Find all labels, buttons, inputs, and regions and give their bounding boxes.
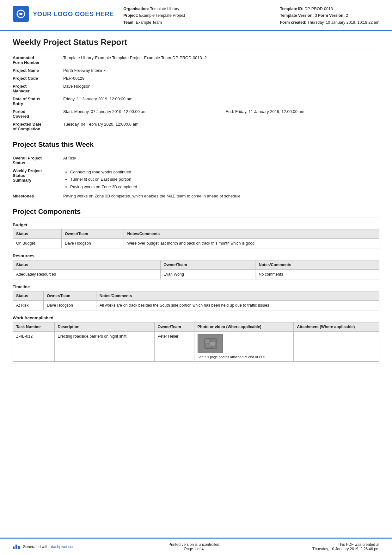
form-created-label: Form created: bbox=[280, 20, 306, 25]
project-value: Example Template Project bbox=[139, 13, 185, 18]
section-title-project-status: Project Status this Week bbox=[13, 140, 379, 150]
field-date-status: Date of StatusEntry Friday, 11 January 2… bbox=[13, 95, 379, 108]
field-label-project-manager: ProjectManager bbox=[13, 82, 63, 95]
template-id-row: Template ID: DP-PROD-0013 bbox=[280, 6, 379, 12]
work-col-task: Task Number bbox=[13, 322, 55, 331]
sub-title-work-accomplished: Work Accomplished bbox=[13, 315, 379, 320]
page-wrapper: YOUR LOGO GOES HERE Organisation: Templa… bbox=[0, 0, 392, 555]
work-row1-photo: See full page photos attached at end of … bbox=[194, 331, 294, 361]
footer-right: This PDF was created at Thursday, 10 Jan… bbox=[312, 542, 379, 551]
table-row: At Risk Dave Hodgson All works are on tr… bbox=[13, 300, 379, 310]
field-project-code: Project Code PER-00129 bbox=[13, 74, 379, 82]
budget-col-owner: Owner/Team bbox=[61, 229, 124, 238]
field-period-covered: PeriodCovered Start: Monday, 07 January … bbox=[13, 108, 379, 120]
field-project-name: Project Name Perth Freeway Interlink bbox=[13, 66, 379, 74]
table-work-header-row: Task Number Description Owner/Team Photo… bbox=[13, 322, 379, 331]
table-resources: Status Owner/Team Notes/Comments Adequat… bbox=[13, 260, 379, 279]
field-label-period-covered: PeriodCovered bbox=[13, 108, 63, 120]
resources-col-notes: Notes/Comments bbox=[255, 260, 379, 269]
project-status-table: Overall ProjectStatus At Risk Weekly Pro… bbox=[13, 154, 379, 200]
budget-col-status: Status bbox=[13, 229, 62, 238]
field-project-manager: ProjectManager Dave Hodgson bbox=[13, 82, 379, 95]
value-overall-status: At Risk bbox=[63, 154, 379, 167]
row-weekly-summary: Weekly ProjectStatusSummary Connecting r… bbox=[13, 167, 379, 192]
page-info: Page 1 of 4 bbox=[168, 547, 219, 551]
field-label-project-code: Project Code bbox=[13, 74, 63, 82]
budget-row1-status: On Budget bbox=[13, 238, 62, 248]
template-id-value: DP-PROD-0013 bbox=[304, 7, 333, 11]
table-timeline: Status Owner/Team Notes/Comments At Risk… bbox=[13, 291, 379, 310]
bullet-item-3: Paving works on Zone 3B completed bbox=[70, 183, 376, 190]
form-created-row: Form created: Thursday, 10 January 2019,… bbox=[280, 19, 379, 26]
work-row1-description: Erecting roadside barriers on night shif… bbox=[54, 331, 154, 361]
sub-title-budget: Budget bbox=[13, 222, 379, 227]
photo-caption: See full page photos attached at end of … bbox=[198, 355, 266, 359]
work-col-owner: Owner/Team bbox=[154, 322, 194, 331]
field-value-period-start: Start: Monday, 07 January 2019, 12:00:00… bbox=[63, 108, 226, 120]
project-row: Project: Example Template Project bbox=[123, 12, 280, 19]
form-version-label: Form Version: bbox=[318, 13, 345, 18]
resources-col-status: Status bbox=[13, 260, 161, 269]
value-milestones: Paving works on Zone 3B completed, which… bbox=[63, 192, 379, 200]
org-row: Organisation: Template Library bbox=[123, 6, 280, 12]
info-table: AutomatedForm Number Template Library-Ex… bbox=[13, 54, 379, 133]
timeline-col-owner: Owner/Team bbox=[44, 291, 96, 300]
logo-area: YOUR LOGO GOES HERE bbox=[13, 6, 114, 22]
work-col-attachment: Attachment (Where applicable) bbox=[294, 322, 379, 331]
value-weekly-summary: Connecting road works continued Tunnel f… bbox=[63, 167, 379, 192]
sub-title-timeline: Timeline bbox=[13, 284, 379, 289]
org-value: Template Library bbox=[150, 7, 179, 11]
sub-title-resources: Resources bbox=[13, 253, 379, 258]
bullet-item-2: Tunnel fit out on East side portion bbox=[70, 176, 376, 183]
header: YOUR LOGO GOES HERE Organisation: Templa… bbox=[0, 0, 392, 31]
field-value-project-name: Perth Freeway Interlink bbox=[63, 66, 379, 74]
page-separator: of bbox=[197, 547, 200, 551]
work-row1-attachment bbox=[294, 331, 379, 361]
template-id-label: Template ID: bbox=[280, 7, 303, 11]
budget-col-notes: Notes/Comments bbox=[124, 229, 379, 238]
generated-text: Generated with bbox=[23, 545, 48, 549]
footer-bars-icon bbox=[13, 545, 20, 549]
svg-rect-7 bbox=[206, 344, 210, 347]
logo-svg bbox=[16, 9, 26, 19]
pdf-created-label: This PDF was created at bbox=[312, 542, 379, 547]
weekly-bullet-list: Connecting road works continued Tunnel f… bbox=[63, 168, 376, 190]
template-version-value: 3 bbox=[315, 13, 317, 18]
timeline-row1-owner: Dave Hodgson bbox=[44, 300, 96, 310]
bar-1 bbox=[13, 546, 15, 549]
footer: Generated with dashpivot.com Printed ver… bbox=[0, 538, 392, 555]
team-label: Team: bbox=[123, 20, 135, 25]
timeline-col-notes: Notes/Comments bbox=[96, 291, 379, 300]
resources-col-owner: Owner/Team bbox=[160, 260, 255, 269]
table-row: Z-4B-012 Erecting roadside barriers on n… bbox=[13, 331, 379, 361]
logo-text: YOUR LOGO GOES HERE bbox=[33, 10, 114, 18]
bar-2 bbox=[15, 545, 17, 549]
label-weekly-summary: Weekly ProjectStatusSummary bbox=[13, 167, 63, 192]
main-content: Weekly Project Status Report AutomatedFo… bbox=[0, 31, 392, 538]
table-budget: Status Owner/Team Notes/Comments On Budg… bbox=[13, 229, 379, 248]
photo-thumbnail bbox=[198, 334, 223, 353]
table-budget-header-row: Status Owner/Team Notes/Comments bbox=[13, 229, 379, 238]
field-value-date-status: Friday, 11 January 2019, 12:00:00 am bbox=[63, 95, 379, 108]
footer-left: Generated with dashpivot.com bbox=[13, 545, 76, 549]
work-col-photo: Photo or video (Where applicable) bbox=[194, 322, 294, 331]
team-row: Team: Example Team bbox=[123, 19, 280, 26]
budget-row1-owner: Dave Hodgson bbox=[61, 238, 124, 248]
header-meta-right: Template ID: DP-PROD-0013 Template Versi… bbox=[280, 6, 379, 26]
project-label: Project: bbox=[123, 13, 138, 18]
row-overall-status: Overall ProjectStatus At Risk bbox=[13, 154, 379, 167]
budget-row1-notes: Were over budget last month and back on … bbox=[124, 238, 379, 248]
bar-3 bbox=[18, 546, 20, 549]
svg-rect-6 bbox=[210, 342, 215, 346]
label-overall-status: Overall ProjectStatus bbox=[13, 154, 63, 167]
timeline-col-status: Status bbox=[13, 291, 44, 300]
resources-row1-owner: Evan Wong bbox=[160, 269, 255, 279]
pdf-created-value: Thursday, 10 January 2019, 2:26:46 pm bbox=[312, 547, 379, 551]
resources-row1-notes: No comments bbox=[255, 269, 379, 279]
form-created-value: Thursday, 10 January 2019, 10:18:22 am bbox=[307, 20, 379, 25]
work-row1-task: Z-4B-012 bbox=[13, 331, 55, 361]
label-milestones: Milestones bbox=[13, 192, 63, 200]
table-row: Adequately Resourced Evan Wong No commen… bbox=[13, 269, 379, 279]
generated-link[interactable]: dashpivot.com bbox=[51, 545, 75, 549]
team-value: Example Team bbox=[136, 20, 162, 25]
